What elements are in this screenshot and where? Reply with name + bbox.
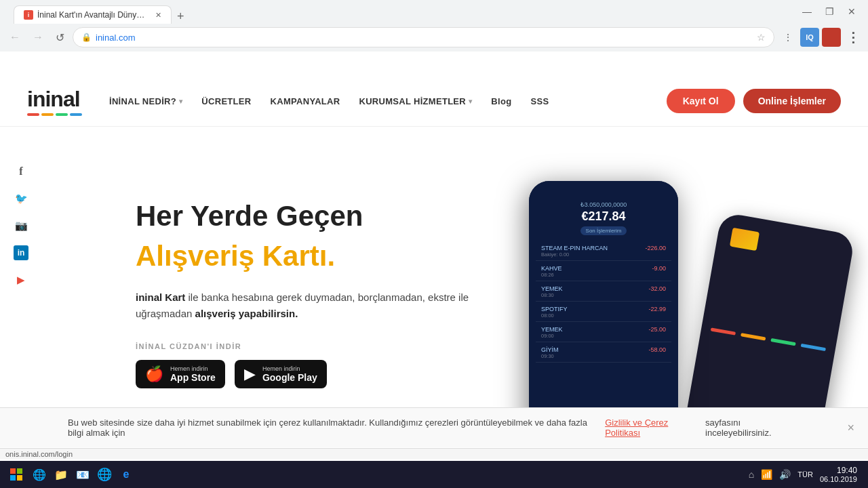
playstore-small-text: Hemen indirin [262,365,317,372]
taskbar-chrome-icon[interactable]: 🌐 [95,465,114,484]
appstore-large-text: App Store [170,372,216,383]
nav-item-kampanyalar[interactable]: KAMPANYALAR [271,96,340,106]
transaction-item-left: SPOTIFY 08:00 [541,306,568,319]
address-bar[interactable]: 🔒 ininal.com ☆ [73,27,774,47]
tray-network-icon[interactable]: 📶 [761,469,772,480]
hero-content: Her Yerde Geçen Alışveriş Kartı. ininal … [136,199,475,388]
transaction-sub: 09:30 [541,353,559,359]
nav-item-sss[interactable]: SSS [530,96,549,106]
menu-button[interactable]: ⋮ [844,28,863,47]
twitter-icon[interactable]: 🐦 [14,191,28,206]
taskbar-mail-icon[interactable]: 📧 [73,465,92,484]
transaction-sub: 08:00 [541,312,568,319]
language-indicator[interactable]: TÜR [797,470,813,479]
logo-bar-red [27,113,39,116]
nav-item-kurumsal[interactable]: KURUMSAL HİZMETLER ▾ [359,96,472,106]
logo-bar-yellow [41,113,54,116]
cookie-close-button[interactable]: × [847,421,854,435]
cookie-bar: Bu web sitesinde size daha iyi hizmet su… [0,407,868,447]
social-sidebar: f 🐦 📷 in ▶ [14,164,28,287]
youtube-icon[interactable]: ▶ [14,272,28,287]
tab-title: İninal Kart'ın Avantajlı Dünyasın... [37,10,146,20]
taskbar-edge-icon[interactable]: 🌐 [30,465,49,484]
appstore-text: Hemen indirin App Store [170,365,216,383]
address-bar-row: ← → ↺ 🔒 ininal.com ☆ ⋮ IQ ⋮ [0,23,868,52]
hero-brand-name: ininal Kart [136,291,185,303]
cookie-text-before: Bu web sitesinde size daha iyi hizmet su… [68,418,597,438]
instagram-icon[interactable]: 📷 [14,218,28,233]
hero-title-line2: Alışveriş Kartı. [136,239,475,273]
back-button[interactable]: ← [5,28,24,46]
tray-volume-icon[interactable]: 🔊 [779,469,791,480]
transaction-name: STEAM E-PIN HARCAN [541,245,608,251]
taskbar-right: ⌂ 📶 🔊 TÜR 19:40 06.10.2019 [749,466,863,483]
card-color-stripes [711,327,826,351]
tray-settings-icon[interactable]: ⌂ [749,469,754,480]
transaction-amount: -25.00 [648,326,666,339]
playstore-button[interactable]: ▶ Hemen indirin Google Play [235,360,327,388]
refresh-button[interactable]: ↺ [52,28,68,47]
iq-extension[interactable]: IQ [800,28,819,47]
taskbar-folder-icon[interactable]: 📁 [52,465,71,484]
extensions-icon[interactable]: ⋮ [778,28,797,47]
nav-item-blog[interactable]: Blog [491,96,511,106]
phone-list-item: GİYİM 09:30 -58.00 [536,344,671,363]
transaction-item-left: YEMEK 08:30 [541,285,563,298]
transaction-name: YEMEK [541,285,563,292]
stripe-green [770,338,795,346]
phone-tab[interactable]: Son İşlemlerim [580,226,627,235]
start-button[interactable] [5,464,27,485]
stripe-blue [801,344,826,351]
status-bar: onis.ininal.com/login [0,448,868,460]
site-navigation: ininal İNİNAL NEDİR? ▾ ÜCRETLER KAMPANYA… [0,76,868,127]
transaction-name: KAHVE [541,265,562,272]
clock-date: 06.10.2019 [820,475,857,483]
taskbar-ie-icon[interactable]: e [117,465,136,484]
linkedin-icon[interactable]: in [14,245,28,260]
transaction-name: GİYİM [541,346,559,353]
transaction-item-left: STEAM E-PIN HARCAN Bakiye: 0.00 [541,245,608,258]
phone-transactions-list: STEAM E-PIN HARCAN Bakiye: 0.00 -226.00 … [536,242,671,363]
cookie-policy-link[interactable]: Gizlilik ve Çerez Politikası [605,418,697,438]
tab-favicon: i [24,10,33,20]
website-content: ininal İNİNAL NEDİR? ▾ ÜCRETLER KAMPANYA… [0,76,868,447]
transaction-amount: -58.00 [648,346,666,359]
svg-rect-3 [17,475,22,481]
minimize-button[interactable]: — [798,5,816,18]
playstore-large-text: Google Play [262,372,317,383]
taskbar: 🌐 📁 📧 🌐 e ⌂ 📶 🔊 TÜR 19:40 06.10.2019 [0,461,868,488]
register-button[interactable]: Kayıt Ol [667,89,735,113]
url-text: ininal.com [96,33,753,43]
status-url: onis.ininal.com/login [5,450,73,458]
phone-tabs: Son İşlemlerim [536,226,671,235]
dropdown-arrow-2: ▾ [469,98,472,105]
cookie-text-after: sayfasını inceleyebilirsiniz. [705,418,800,438]
hero-desc-text: ile banka hesabına gerek duymadan, borçl… [136,291,469,319]
appstore-small-text: Hemen indirin [170,365,216,372]
phone-amount: €217.84 [536,209,671,224]
facebook-icon[interactable]: f [14,164,28,179]
maximize-button[interactable]: ❐ [821,5,838,18]
dropdown-arrow: ▾ [179,98,182,105]
red-extension[interactable] [822,28,841,47]
new-tab-button[interactable]: + [172,9,190,24]
close-button[interactable]: ✕ [844,5,860,18]
hero-desc-bold2: alışveriş yapabilirsin. [195,308,298,319]
bookmark-icon[interactable]: ☆ [757,32,766,43]
hero-description: ininal Kart ile banka hesabına gerek duy… [136,289,475,322]
card-chip [730,228,760,251]
nav-item-ucretler[interactable]: ÜCRETLER [201,96,251,106]
browser-window: i İninal Kart'ın Avantajlı Dünyasın... ✕… [0,0,868,52]
hero-section: Her Yerde Geçen Alışveriş Kartı. ininal … [0,127,868,447]
phone-list-item: SPOTIFY 08:00 -22.99 [536,303,671,322]
store-buttons: 🍎 Hemen indirin App Store ▶ Hemen indiri… [136,360,475,388]
appstore-button[interactable]: 🍎 Hemen indirin App Store [136,360,225,388]
site-logo[interactable]: ininal [27,87,82,116]
transaction-item-left: GİYİM 09:30 [541,346,559,359]
active-tab[interactable]: i İninal Kart'ın Avantajlı Dünyasın... ✕ [14,5,172,24]
forward-button[interactable]: → [28,28,47,46]
phone-list-item: STEAM E-PIN HARCAN Bakiye: 0.00 -226.00 [536,242,671,261]
tab-close-btn[interactable]: ✕ [155,11,161,20]
nav-item-ininal-nedir[interactable]: İNİNAL NEDİR? ▾ [109,96,182,106]
online-islemler-button[interactable]: Online İşlemler [743,89,841,113]
